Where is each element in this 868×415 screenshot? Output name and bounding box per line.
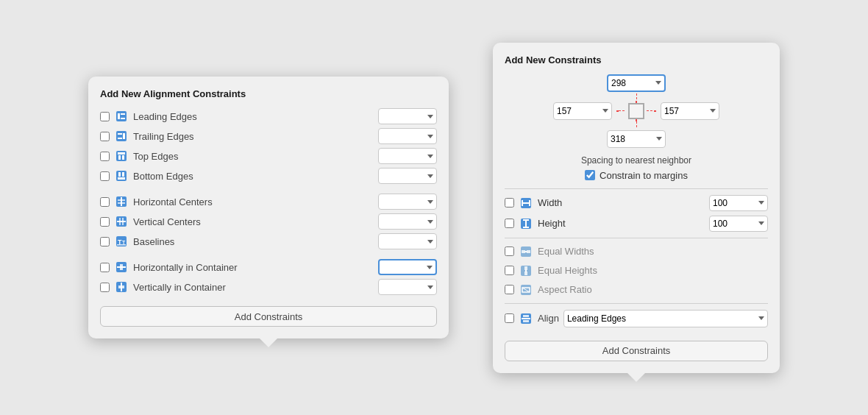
divider-1 — [505, 188, 768, 189]
equal-heights-row: Equal Heights — [505, 263, 768, 278]
svg-rect-3 — [121, 118, 125, 119]
left-panel-title: Add New Alignment Constraints — [100, 88, 437, 99]
horizontally-container-label: Horizontally in Container — [133, 262, 374, 273]
height-checkbox[interactable] — [505, 219, 514, 228]
aspect-ratio-icon — [519, 283, 533, 297]
horizontally-container-row: Horizontally in Container — [100, 259, 437, 275]
svg-rect-10 — [118, 155, 121, 160]
svg-rect-19 — [118, 202, 125, 204]
top-edges-icon — [114, 149, 129, 163]
svg-rect-13 — [118, 177, 125, 180]
spacing-top-row: 298 — [607, 74, 666, 92]
width-row: Width 100 — [505, 195, 768, 211]
svg-rect-14 — [118, 172, 121, 177]
bottom-edges-icon — [114, 169, 129, 183]
width-select[interactable]: 100 — [709, 195, 768, 211]
baselines-select[interactable] — [378, 233, 437, 249]
vertical-centers-select[interactable] — [378, 213, 437, 230]
svg-rect-41 — [523, 227, 529, 228]
horizontally-container-select[interactable] — [378, 259, 437, 275]
horizontal-centers-icon — [114, 194, 129, 209]
equal-widths-icon — [519, 244, 533, 259]
bottom-arrow — [636, 119, 637, 129]
width-icon — [519, 196, 533, 210]
svg-rect-37 — [529, 200, 530, 206]
left-arrow — [616, 110, 626, 112]
spacing-diagram: 298 157 — [505, 74, 768, 148]
vertically-container-select[interactable] — [378, 279, 437, 295]
top-edges-row: Top Edges — [100, 148, 437, 164]
baselines-checkbox[interactable] — [100, 237, 110, 246]
vertically-container-checkbox[interactable] — [100, 283, 110, 292]
equal-heights-checkbox[interactable] — [505, 266, 514, 275]
trailing-edges-label: Trailing Edges — [133, 131, 374, 142]
svg-rect-27 — [117, 244, 126, 246]
spacing-bottom-select[interactable]: 318 — [607, 130, 666, 148]
aspect-ratio-checkbox[interactable] — [505, 285, 514, 294]
svg-rect-54 — [522, 318, 530, 319]
top-edges-select[interactable] — [378, 148, 437, 164]
spacing-right-select[interactable]: 157 — [661, 102, 719, 120]
new-constraints-panel: Add New Constraints 298 157 — [493, 43, 780, 373]
svg-text:T: T — [122, 240, 126, 245]
svg-rect-43 — [522, 250, 525, 253]
horizontal-centers-row: Horizontal Centers — [100, 194, 437, 210]
bottom-edges-row: Bottom Edges — [100, 168, 437, 184]
leading-edges-icon — [114, 109, 129, 124]
height-row: Height 100 — [505, 216, 768, 232]
aspect-ratio-row: Aspect Ratio — [505, 283, 768, 297]
bottom-edges-checkbox[interactable] — [100, 171, 110, 181]
svg-rect-36 — [522, 200, 523, 206]
svg-rect-40 — [523, 219, 529, 221]
top-edges-checkbox[interactable] — [100, 152, 110, 161]
horizontally-container-checkbox[interactable] — [100, 263, 110, 272]
vertically-container-row: Vertically in Container — [100, 279, 437, 295]
spacing-middle-row: 157 — [553, 96, 719, 126]
horizontal-centers-select[interactable] — [378, 194, 437, 210]
trailing-edges-row: Trailing Edges — [100, 128, 437, 144]
equal-widths-label: Equal Widths — [538, 246, 768, 257]
align-icon — [519, 311, 533, 326]
align-checkbox[interactable] — [505, 313, 514, 323]
width-checkbox[interactable] — [505, 198, 514, 208]
svg-rect-2 — [121, 113, 125, 115]
svg-rect-33 — [118, 285, 124, 288]
right-arrow — [647, 110, 656, 112]
horizontal-centers-checkbox[interactable] — [100, 197, 110, 207]
left-add-constraints-button[interactable]: Add Constraints — [100, 306, 437, 327]
spacing-bottom-row: 318 — [607, 130, 666, 148]
align-select[interactable]: Leading Edges Trailing Edges Top Edges B… — [563, 310, 768, 327]
svg-rect-49 — [525, 269, 527, 272]
svg-rect-17 — [121, 197, 122, 206]
center-box — [628, 103, 644, 119]
svg-rect-30 — [120, 264, 123, 270]
divider-2 — [505, 238, 768, 238]
vertically-container-label: Vertically in Container — [133, 282, 374, 293]
svg-rect-23 — [122, 218, 124, 225]
leading-edges-select[interactable] — [378, 108, 437, 124]
horizontally-container-icon — [114, 260, 129, 274]
leading-edges-checkbox[interactable] — [100, 112, 110, 121]
vertical-centers-label: Vertical Centers — [133, 216, 374, 227]
svg-rect-1 — [118, 113, 120, 119]
baselines-label: Baselines — [133, 236, 374, 247]
spacing-top-select[interactable]: 298 — [607, 74, 666, 92]
equal-widths-checkbox[interactable] — [505, 246, 514, 256]
constrain-margins-checkbox[interactable] — [585, 170, 595, 180]
svg-rect-5 — [123, 133, 125, 139]
bottom-edges-select[interactable] — [378, 168, 437, 184]
trailing-edges-select[interactable] — [378, 128, 437, 144]
svg-rect-21 — [117, 221, 126, 222]
aspect-ratio-label: Aspect Ratio — [538, 284, 768, 295]
constrain-margins-label: Constrain to margins — [600, 170, 688, 181]
vertical-centers-checkbox[interactable] — [100, 217, 110, 227]
alignment-constraints-panel: Add New Alignment Constraints Leading Ed… — [88, 77, 449, 338]
svg-rect-55 — [523, 315, 529, 317]
right-add-constraints-button[interactable]: Add Constraints — [505, 341, 768, 361]
height-icon — [519, 216, 533, 231]
equal-heights-label: Equal Heights — [538, 265, 768, 276]
trailing-edges-checkbox[interactable] — [100, 132, 110, 141]
spacing-left-select[interactable]: 157 — [553, 102, 612, 120]
height-label: Height — [538, 218, 705, 229]
height-select[interactable]: 100 — [709, 216, 768, 232]
